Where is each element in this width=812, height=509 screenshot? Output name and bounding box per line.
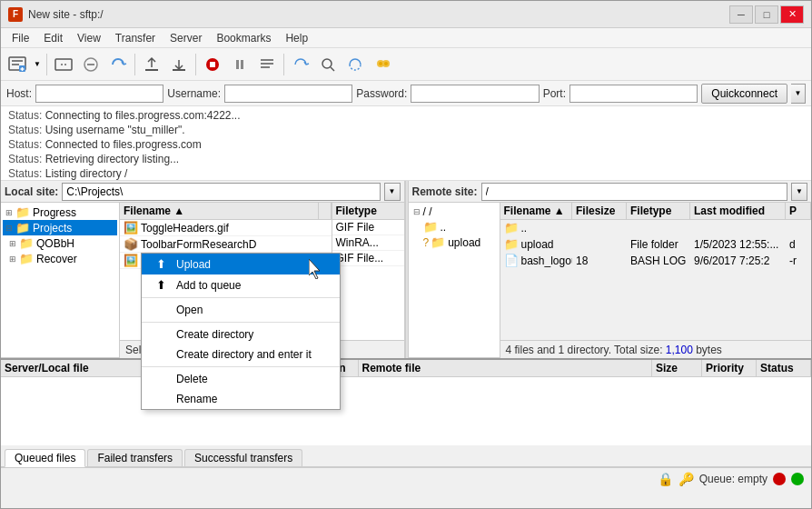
local-file-row-2[interactable]: 📦ToolbarFormResearchD xyxy=(120,236,332,253)
filetype-col-header[interactable]: Filetype xyxy=(332,203,404,220)
remote-tree-root[interactable]: ⊟/ / xyxy=(411,205,498,219)
local-file-row-1[interactable]: 🖼️ToggleHeaders.gif xyxy=(120,220,332,236)
remote-col-filetype[interactable]: Filetype xyxy=(627,203,690,219)
toolbar-refresh[interactable] xyxy=(288,52,313,77)
host-input[interactable] xyxy=(35,85,163,103)
toolbar-new-site-arrow[interactable]: ▼ xyxy=(32,52,43,77)
remote-panel: Remote site: ▼ ⊟/ / 📁.. ?📁upload xyxy=(409,181,812,358)
titlebar: F New site - sftp:/ ─ □ ✕ xyxy=(1,1,811,28)
toolbar-reconnect[interactable] xyxy=(105,52,131,77)
toolbar-browse[interactable] xyxy=(370,52,395,77)
toolbar-download[interactable] xyxy=(166,52,192,77)
queue-col-status[interactable]: Status xyxy=(757,360,811,376)
menu-transfer[interactable]: Transfer xyxy=(108,30,163,46)
tree-item-recover[interactable]: ⊞📁Recover xyxy=(3,251,117,266)
local-path-dropdown[interactable]: ▼ xyxy=(384,183,401,201)
sep3 xyxy=(195,54,196,75)
port-input[interactable] xyxy=(569,85,698,103)
remote-path-input[interactable] xyxy=(481,183,787,201)
remote-col-p[interactable]: P xyxy=(786,203,811,219)
toolbar-pause[interactable] xyxy=(227,52,253,77)
tree-item-progress[interactable]: ⊞📁Progress xyxy=(3,205,117,220)
svg-point-12 xyxy=(384,62,388,65)
svg-rect-6 xyxy=(236,60,239,69)
tree-item-qobbh[interactable]: ⊞📁QOBbH xyxy=(3,235,117,251)
toolbar-upload[interactable] xyxy=(139,52,164,77)
svg-point-8 xyxy=(322,59,332,68)
status-line-2: Status: Using username "stu_miller". xyxy=(8,123,804,137)
toolbar-new-site[interactable] xyxy=(5,52,30,77)
filetype-cell-2: WinRA... xyxy=(332,235,404,251)
remote-col-filename[interactable]: Filename ▲ xyxy=(500,203,573,219)
window-title: New site - sftp:/ xyxy=(28,8,729,21)
ctx-createdir-label: Create directory xyxy=(176,328,253,341)
ctx-createdir-enter-label: Create directory and enter it xyxy=(176,348,312,361)
local-col-filename[interactable]: Filename ▲ xyxy=(120,203,319,219)
svg-rect-7 xyxy=(241,60,243,69)
close-button[interactable]: ✕ xyxy=(780,5,804,24)
remote-total-info: 4 files and 1 directory. Total size: 1,1… xyxy=(500,340,812,358)
context-menu: ⬆ Upload ⬆ Add to queue Open Create dire… xyxy=(141,253,341,410)
username-label: Username: xyxy=(167,87,221,100)
remote-file-row-3[interactable]: 📄bash_logout 18 BASH LOG 9/6/2017 7:25:2… xyxy=(500,253,812,269)
remote-path-dropdown[interactable]: ▼ xyxy=(791,183,807,201)
bottom-bar: 🔒 🔑 Queue: empty xyxy=(1,467,811,489)
menu-server[interactable]: Server xyxy=(163,30,209,46)
ctx-create-dir-enter[interactable]: Create directory and enter it xyxy=(142,344,340,364)
quickconnect-dropdown[interactable]: ▼ xyxy=(791,84,806,104)
key-icon: 🔑 xyxy=(678,472,694,486)
toolbar-cache[interactable] xyxy=(342,52,368,77)
menu-bookmarks[interactable]: Bookmarks xyxy=(209,30,278,46)
tab-successful-transfers[interactable]: Successful transfers xyxy=(184,449,302,466)
menu-file[interactable]: File xyxy=(5,30,36,46)
status-line-3: Status: Connected to files.progress.com xyxy=(8,137,804,152)
app-icon: F xyxy=(8,7,23,22)
sep4 xyxy=(283,54,284,75)
remote-tree-upload[interactable]: ?📁upload xyxy=(411,235,498,250)
password-input[interactable] xyxy=(411,85,539,103)
menu-view[interactable]: View xyxy=(70,30,108,46)
ctx-upload[interactable]: ⬆ Upload xyxy=(142,254,340,274)
toolbar-cancel[interactable] xyxy=(78,52,104,77)
menu-edit[interactable]: Edit xyxy=(36,30,70,46)
username-input[interactable] xyxy=(224,85,352,103)
indicator-red xyxy=(773,473,786,485)
queue-content xyxy=(1,377,811,445)
remote-tree-dotdot[interactable]: 📁.. xyxy=(411,219,498,235)
local-panel-header: Local site: ▼ xyxy=(1,181,404,203)
svg-point-10 xyxy=(379,62,382,65)
quickconnect-button[interactable]: Quickconnect xyxy=(701,84,787,104)
ctx-rename[interactable]: Rename xyxy=(142,389,340,409)
remote-col-modified[interactable]: Last modified xyxy=(690,203,786,219)
toolbar-disconnect[interactable] xyxy=(51,52,76,77)
toolbar-stop[interactable] xyxy=(200,52,225,77)
toolbar: ▼ xyxy=(1,48,811,81)
ctx-delete[interactable]: Delete xyxy=(142,369,340,389)
tree-item-projects[interactable]: ⊟📁Projects xyxy=(3,220,117,235)
toolbar-search[interactable] xyxy=(315,52,341,77)
status-line-4: Status: Retrieving directory listing... xyxy=(8,152,804,166)
remote-file-row-1[interactable]: 📁.. xyxy=(500,220,812,236)
maximize-button[interactable]: □ xyxy=(755,5,778,24)
queue-col-size[interactable]: Size xyxy=(652,360,702,376)
minimize-button[interactable]: ─ xyxy=(729,5,753,24)
filetype-cell-1: GIF File xyxy=(332,220,404,235)
remote-file-row-2[interactable]: 📁upload File folder 1/5/2023 12:55:... d xyxy=(500,236,812,253)
ctx-open[interactable]: Open xyxy=(142,300,340,320)
upload-icon: ⬆ xyxy=(156,257,171,271)
menu-help[interactable]: Help xyxy=(278,30,315,46)
queue-area: Server/Local file Direction Remote file … xyxy=(1,358,811,467)
tab-queued-files[interactable]: Queued files xyxy=(5,449,85,467)
toolbar-queue[interactable] xyxy=(254,52,280,77)
host-label: Host: xyxy=(6,87,32,100)
queue-col-priority[interactable]: Priority xyxy=(702,360,757,376)
lock-icon: 🔒 xyxy=(658,472,673,486)
tab-failed-transfers[interactable]: Failed transfers xyxy=(87,449,183,466)
remote-file-list: Filename ▲ Filesize Filetype Last modifi… xyxy=(500,203,812,340)
password-label: Password: xyxy=(356,87,407,100)
ctx-add-to-queue[interactable]: ⬆ Add to queue xyxy=(142,274,340,295)
ctx-create-dir[interactable]: Create directory xyxy=(142,324,340,344)
remote-col-filesize[interactable]: Filesize xyxy=(572,203,627,219)
queue-col-remotefile[interactable]: Remote file xyxy=(359,360,653,376)
local-path-input[interactable] xyxy=(62,183,380,201)
